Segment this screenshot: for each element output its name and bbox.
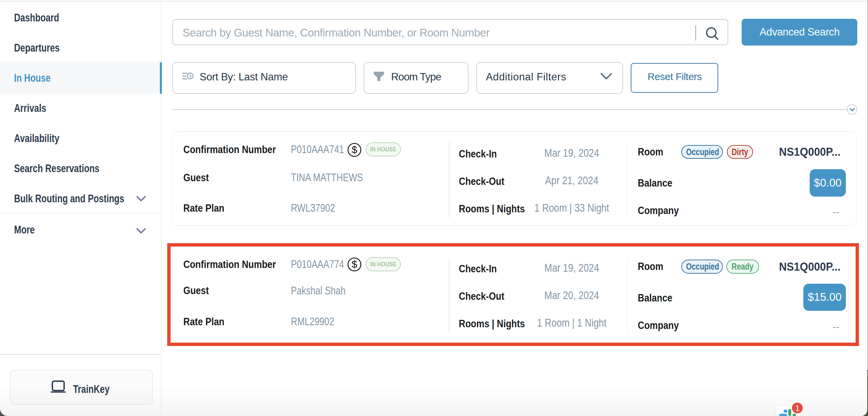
svg-text:$: $ [351, 144, 357, 155]
svg-text:1: 1 [795, 404, 800, 413]
